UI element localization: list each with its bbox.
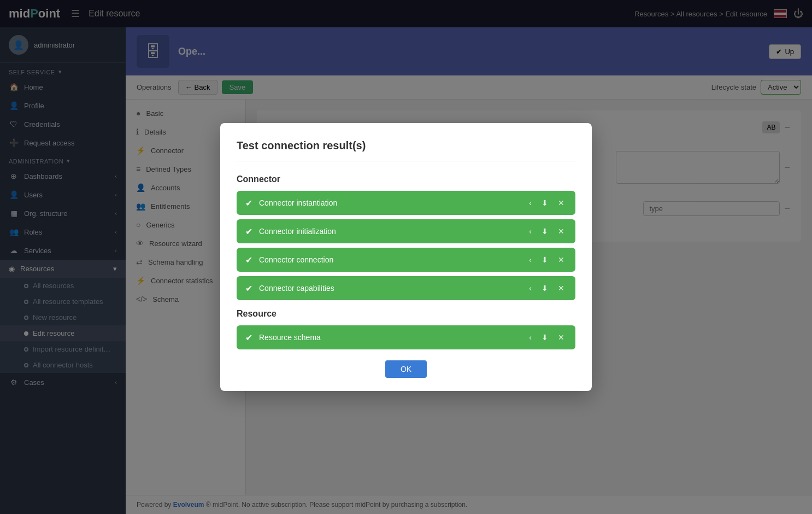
modal-overlay[interactable]: Test connection result(s) Connector ✔ Co… [0,0,812,514]
result-actions: ‹ ⬇ ✕ [527,197,567,208]
download-btn[interactable]: ⬇ [539,254,550,265]
chevron-left-btn[interactable]: ‹ [527,197,534,208]
result-actions: ‹ ⬇ ✕ [527,283,567,294]
result-label: Connector capabilities [259,284,527,293]
modal-footer: OK [237,360,575,378]
chevron-left-btn[interactable]: ‹ [527,283,534,294]
close-btn[interactable]: ✕ [556,283,567,294]
result-item-connection: ✔ Connector connection ‹ ⬇ ✕ [237,248,575,272]
result-item-schema: ✔ Resource schema ‹ ⬇ ✕ [237,325,575,349]
modal-dialog: Test connection result(s) Connector ✔ Co… [220,123,592,391]
modal-title: Test connection result(s) [237,139,575,161]
check-icon: ✔ [245,226,252,237]
connector-section-title: Connector [237,174,575,184]
close-btn[interactable]: ✕ [556,197,567,208]
result-actions: ‹ ⬇ ✕ [527,254,567,265]
ok-button[interactable]: OK [385,360,427,378]
result-actions: ‹ ⬇ ✕ [527,332,567,343]
result-label: Resource schema [259,333,527,342]
result-actions: ‹ ⬇ ✕ [527,226,567,237]
check-icon: ✔ [245,198,252,208]
close-btn[interactable]: ✕ [556,226,567,237]
chevron-left-btn[interactable]: ‹ [527,332,534,343]
download-btn[interactable]: ⬇ [539,283,550,294]
download-btn[interactable]: ⬇ [539,197,550,208]
check-icon: ✔ [245,283,252,294]
result-item-capabilities: ✔ Connector capabilities ‹ ⬇ ✕ [237,276,575,300]
resource-section-title: Resource [237,309,575,319]
result-label: Connector connection [259,255,527,264]
result-item-initialization: ✔ Connector initialization ‹ ⬇ ✕ [237,219,575,243]
chevron-left-btn[interactable]: ‹ [527,226,534,237]
result-label: Connector instantiation [259,198,527,207]
result-label: Connector initialization [259,227,527,236]
close-btn[interactable]: ✕ [556,332,567,343]
check-icon: ✔ [245,255,252,265]
download-btn[interactable]: ⬇ [539,332,550,343]
check-icon: ✔ [245,332,252,343]
close-btn[interactable]: ✕ [556,254,567,265]
chevron-left-btn[interactable]: ‹ [527,254,534,265]
result-item-instantiation: ✔ Connector instantiation ‹ ⬇ ✕ [237,191,575,215]
download-btn[interactable]: ⬇ [539,226,550,237]
